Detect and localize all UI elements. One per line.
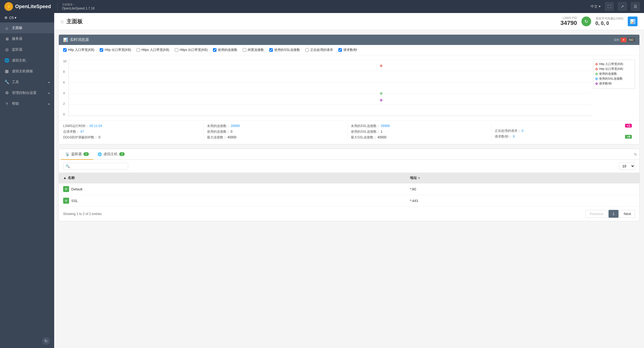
page-header: ⌂ 主面板 LSWS PID 34790 ↻ 系统平均负载(LOAD) 0, 0… — [54, 13, 644, 30]
legend-ssl-conn: 使用的SSL连接数 — [596, 77, 633, 81]
sidebar-item-vhost-template[interactable]: ▦ 虚拟主机模板 — [0, 66, 54, 77]
stat-used-ssl: 使用的SSL连接数： 1 — [351, 129, 488, 134]
sidebar-item-vhost[interactable]: 🌐 虚拟主机 — [0, 55, 54, 66]
realtime-panel: 📊 实时消息源 实时 ✕ NO Http 入口带宽(KB) Http 出口带宽(… — [59, 34, 640, 144]
tab-vhost[interactable]: 🌐 虚拟主机 2 — [93, 149, 129, 160]
chart-panel-icon: 📊 — [63, 38, 68, 42]
td-name-ssl: ⚙ SSL — [63, 198, 401, 204]
checkbox-used-conn[interactable]: 使用的连接数 — [213, 48, 237, 52]
row-default-address: *:80 — [406, 183, 639, 195]
pagination: Previous 1 Next — [585, 210, 635, 218]
expand-tools-icon: ▸ — [48, 81, 50, 84]
stat-total-req-value: 47 — [80, 130, 84, 134]
vhost-tab-label: 虚拟主机 — [103, 152, 118, 157]
version-value: OpenLiteSpeed 1.7.18 — [62, 6, 95, 10]
listener-tab-label: 监听器 — [71, 152, 82, 157]
expand-admin-icon: ▸ — [48, 92, 50, 95]
legend-dot-http-in — [596, 63, 598, 65]
row-default-name: ⚙ Default — [59, 183, 406, 195]
sidebar-item-listener[interactable]: ◎ 监听器 — [0, 44, 54, 55]
legend-dot-ssl-conn — [596, 78, 598, 80]
sidebar-item-dashboard[interactable]: ⌂ 主面板 — [0, 22, 54, 33]
legend-label-used-conn: 使用的连接数 — [599, 72, 617, 76]
sidebar-item-tools[interactable]: 🔧 工具 ▸ — [0, 77, 54, 87]
stat-used-conn: 使用的连接数： 0 — [207, 129, 344, 134]
logo-area: ⚡ OpenLiteSpeed — [4, 2, 51, 11]
stat-used-conn-value: 0 — [231, 130, 232, 134]
listener-icon: ◎ — [4, 47, 9, 52]
search-input[interactable] — [72, 164, 126, 168]
sidebar-label-server: 服务器 — [12, 36, 22, 41]
stat-unused-ssl-value: 39999 — [381, 124, 390, 128]
fullscreen-icon[interactable]: ⛶ — [605, 2, 614, 11]
main-layout: ⚙ C5 ▾ ⌂ 主面板 🖥 服务器 ◎ 监听器 🌐 虚拟主机 ▦ 虚拟主机模板… — [0, 13, 644, 348]
tabs-refresh-button[interactable]: ↻ — [634, 152, 637, 157]
stat-req-sec-label: 请求数/秒： — [495, 135, 512, 138]
stats-col-1: LSWS运行时间： 00:11:04 总请求数： 47 DDoS防护屏蔽的IP数… — [63, 124, 204, 141]
checkbox-https-in[interactable]: Https 入口带宽(KB) — [137, 48, 169, 52]
table-footer: Showing 1 to 2 of 2 entries Previous 1 N… — [59, 207, 639, 221]
home-breadcrumb-icon: ⌂ — [61, 19, 64, 24]
vhost-icon: 🌐 — [4, 58, 9, 63]
realtime-x-badge[interactable]: ✕ — [621, 38, 626, 42]
version-label: 当前版本： — [62, 3, 95, 6]
checkboxes-row: Http 入口带宽(KB) Http 出口带宽(KB) Https 入口带宽(K… — [59, 45, 639, 55]
legend-dot-http-out — [596, 68, 598, 70]
showing-text: Showing 1 to 2 of 2 entries — [63, 212, 102, 216]
legend-dot-used-conn — [596, 73, 598, 75]
stat-uptime: LSWS运行时间： 00:11:04 — [63, 124, 200, 128]
stat-ddos: DDoS防护屏蔽的IP数： 0 — [63, 135, 200, 140]
sidebar-label-admin: 管理控制台设置 — [12, 90, 37, 95]
stat-total-req: 总请求数： 47 — [63, 129, 200, 134]
per-page-select[interactable]: 10 25 50 100 — [619, 162, 635, 170]
checkbox-https-out[interactable]: Https 出口带宽(KB) — [175, 48, 208, 52]
external-link-icon[interactable]: ↗ — [618, 2, 627, 11]
sidebar-env[interactable]: ⚙ C5 ▾ — [0, 13, 54, 22]
realtime-no-badge[interactable]: NO — [627, 38, 635, 42]
legend-label-http-in: Http 入口带宽(KB) — [599, 62, 623, 66]
pid-info: LSWS PID 34790 — [561, 16, 577, 27]
sidebar-item-help[interactable]: ? 帮助 ▸ — [0, 98, 54, 109]
stat-used-conn-label: 使用的连接数： — [207, 130, 230, 134]
col-name[interactable]: ▲ 名称 — [59, 173, 406, 183]
lang-selector[interactable]: 中文 ▾ — [591, 4, 601, 9]
sort-up-icon: ▲ — [63, 176, 67, 180]
legend-http-in: Http 入口带宽(KB) — [596, 62, 633, 66]
checkbox-idle-conn[interactable]: 闲置连接数 — [243, 48, 264, 52]
row-ssl-address: *:443 — [406, 195, 639, 207]
sidebar-item-server[interactable]: 🖥 服务器 — [0, 33, 54, 44]
page-title: ⌂ 主面板 — [61, 18, 83, 25]
listener-table: ▲ 名称 地址 ⇅ ⚙ Default — [59, 173, 639, 207]
checkbox-http-in[interactable]: Http 入口带宽(KB) — [63, 48, 94, 52]
realtime-panel-header: 📊 实时消息源 实时 ✕ NO — [59, 35, 639, 45]
prev-button[interactable]: Previous — [585, 210, 607, 218]
menu-icon[interactable]: ☰ — [631, 2, 640, 11]
col-address[interactable]: 地址 ⇅ — [406, 173, 639, 183]
stat-req-sec: 请求数/秒： 9 +9 — [495, 134, 632, 139]
sidebar: ⚙ C5 ▾ ⌂ 主面板 🖥 服务器 ◎ 监听器 🌐 虚拟主机 ▦ 虚拟主机模板… — [0, 13, 54, 348]
page-1-button[interactable]: 1 — [609, 210, 619, 218]
page-title-text: 主面板 — [66, 18, 83, 25]
checkbox-req-sec[interactable]: 请求数/秒 — [338, 48, 357, 52]
chart-button[interactable]: 📊 — [628, 17, 637, 26]
table-row: ⚙ Default *:80 — [59, 183, 639, 195]
y-label-4: 4 — [63, 92, 66, 95]
legend-label-http-out: Http 出口带宽(KB) — [599, 67, 623, 71]
tab-listener[interactable]: 📡 监听器 2 — [61, 149, 93, 160]
checkbox-ssl-conn[interactable]: 使用的SSL连接数 — [269, 48, 300, 52]
stat-unused-ssl-label: 未用的SSL连接数： — [351, 124, 380, 128]
sidebar-label-vhost: 虚拟主机 — [12, 58, 26, 63]
sidebar-item-admin[interactable]: ⚙ 管理控制台设置 ▸ — [0, 87, 54, 98]
content-area: ⌂ 主面板 LSWS PID 34790 ↻ 系统平均负载(LOAD) 0, 0… — [54, 13, 644, 348]
next-button[interactable]: Next — [620, 210, 635, 218]
server-status-button[interactable]: ↻ — [581, 17, 591, 26]
env-label: ⚙ — [4, 16, 8, 20]
checkbox-http-out[interactable]: Http 出口带宽(KB) — [100, 48, 131, 52]
legend-used-conn: 使用的连接数 — [596, 72, 633, 76]
row-icon-default: ⚙ — [63, 186, 69, 192]
sidebar-refresh-button[interactable]: ↻ — [42, 337, 50, 345]
stat-unused-conn-label: 未用的连接数： — [207, 124, 230, 128]
checkbox-processing[interactable]: 正在处理的请求 — [305, 48, 333, 52]
top-header: ⚡ OpenLiteSpeed 当前版本： OpenLiteSpeed 1.7.… — [0, 0, 644, 13]
row-ssl-label: SSL — [71, 199, 78, 203]
